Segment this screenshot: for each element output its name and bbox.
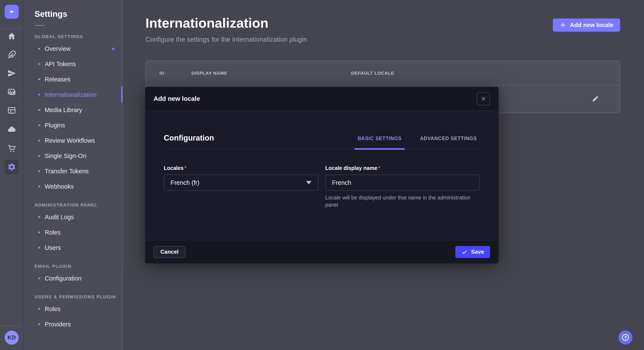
- help-button[interactable]: [618, 331, 632, 345]
- close-icon: [481, 96, 486, 101]
- column-header-default-locale: DEFAULT LOCALE: [351, 71, 584, 76]
- cancel-button[interactable]: Cancel: [154, 246, 185, 258]
- add-new-locale-button[interactable]: Add new locale: [553, 18, 620, 32]
- strapi-logo-glyph: [8, 8, 16, 16]
- bullet-icon: [38, 308, 40, 310]
- notification-dot: [112, 48, 114, 50]
- sidebar-item-api-tokens[interactable]: API Tokens: [24, 56, 122, 72]
- required-asterisk: *: [184, 165, 186, 171]
- bullet-icon: [38, 170, 40, 172]
- display-name-input[interactable]: [325, 175, 480, 191]
- display-name-label-text: Locale display name: [325, 165, 377, 171]
- send-icon: [7, 69, 16, 78]
- sidebar-item-label: Roles: [45, 229, 60, 236]
- question-mark-icon: [621, 333, 630, 342]
- locales-field: Locales* French (fr): [164, 165, 318, 209]
- rail-bottom-divider: [0, 326, 23, 326]
- settings-gear-icon: [7, 163, 16, 172]
- bullet-icon: [38, 109, 40, 111]
- nav-item-cloud-icon[interactable]: [5, 122, 19, 136]
- home-icon: [7, 32, 16, 41]
- sidebar-section: GLOBAL SETTINGSOverviewAPI TokensRelease…: [24, 32, 122, 194]
- sidebar-item-label: Transfer Tokens: [45, 168, 88, 175]
- user-avatar[interactable]: KD: [5, 331, 19, 345]
- sidebar-item-releases[interactable]: Releases: [24, 72, 122, 87]
- bullet-icon: [38, 63, 40, 65]
- sidebar-title-divider: [34, 25, 45, 26]
- locales-label-text: Locales: [164, 165, 184, 171]
- feather-icon: [7, 50, 16, 59]
- bullet-icon: [38, 124, 40, 126]
- nav-item-settings-gear-icon[interactable]: [5, 160, 19, 174]
- table-header-row: IDDISPLAY NAMEDEFAULT LOCALE: [146, 61, 620, 85]
- sidebar-section-header: EMAIL PLUGIN: [34, 262, 122, 271]
- display-name-field: Locale display name* Locale will be disp…: [325, 165, 480, 209]
- sidebar-item-review-workflows[interactable]: Review Workflows: [24, 133, 122, 148]
- bullet-icon: [38, 140, 40, 141]
- nav-item-home-icon[interactable]: [5, 29, 19, 43]
- column-header-display-name: DISPLAY NAME: [192, 71, 351, 76]
- sidebar-item-label: Users: [45, 244, 61, 251]
- modal-tabs: BASIC SETTINGSADVANCED SETTINGS: [354, 136, 480, 149]
- nav-item-feather-icon[interactable]: [5, 48, 19, 62]
- bullet-icon: [38, 186, 40, 187]
- page-title: Internationalization: [146, 15, 268, 31]
- bullet-icon: [38, 232, 40, 233]
- media-icon: [7, 87, 16, 96]
- sidebar-item-media-library[interactable]: Media Library: [24, 102, 122, 118]
- sidebar-item-label: API Tokens: [45, 61, 76, 68]
- sidebar-item-label: Providers: [45, 321, 71, 328]
- sidebar-item-label: Webhooks: [45, 183, 74, 190]
- sidebar-item-transfer-tokens[interactable]: Transfer Tokens: [24, 164, 122, 179]
- sidebar-item-roles[interactable]: Roles: [24, 225, 122, 240]
- sidebar-item-plugins[interactable]: Plugins: [24, 118, 122, 133]
- sidebar-section: EMAIL PLUGINConfiguration: [24, 262, 122, 286]
- sidebar-item-audit-logs[interactable]: Audit Logs: [24, 209, 122, 225]
- sidebar-item-users[interactable]: Users: [24, 240, 122, 255]
- sidebar-section: USERS & PERMISSIONS PLUGINRolesProviders: [24, 292, 122, 332]
- configuration-bar: Configuration BASIC SETTINGSADVANCED SET…: [164, 111, 480, 149]
- column-header-id: ID: [160, 71, 192, 76]
- display-name-label: Locale display name*: [325, 165, 480, 171]
- bullet-icon: [38, 78, 40, 80]
- nav-item-media-icon[interactable]: [5, 85, 19, 99]
- locales-select[interactable]: French (fr): [164, 175, 318, 191]
- strapi-logo[interactable]: [5, 5, 19, 19]
- sidebar-item-roles[interactable]: Roles: [24, 301, 122, 317]
- nav-item-cart-icon[interactable]: [5, 141, 19, 155]
- bullet-icon: [38, 278, 40, 279]
- sidebar-item-overview[interactable]: Overview: [24, 41, 122, 56]
- sidebar-item-single-sign-on[interactable]: Single Sign-On: [24, 148, 122, 164]
- sidebar-item-providers[interactable]: Providers: [24, 317, 122, 332]
- modal-section-title: Configuration: [164, 134, 214, 143]
- display-name-hint: Locale will be displayed under that name…: [325, 194, 480, 209]
- bullet-icon: [38, 247, 40, 249]
- sidebar-section-header: ADMINISTRATION PANEL: [34, 200, 122, 209]
- sidebar-item-label: Review Workflows: [45, 137, 95, 144]
- sidebar-item-label: Audit Logs: [45, 214, 74, 221]
- cart-icon: [7, 144, 16, 153]
- plus-icon: [560, 22, 566, 28]
- save-button[interactable]: Save: [455, 246, 490, 258]
- bullet-icon: [38, 155, 40, 157]
- edit-locale-button[interactable]: [589, 92, 602, 105]
- modal-title: Add new locale: [154, 95, 200, 102]
- rail-divider: [0, 28, 23, 29]
- save-label: Save: [471, 249, 484, 255]
- sidebar-item-internationalization[interactable]: Internationalization: [24, 87, 122, 102]
- layout-icon: [7, 106, 16, 115]
- modal-header: Add new locale: [145, 87, 498, 111]
- check-icon: [461, 249, 468, 255]
- sidebar-section-header: USERS & PERMISSIONS PLUGIN: [34, 292, 122, 301]
- sidebar-item-webhooks[interactable]: Webhooks: [24, 179, 122, 194]
- modal-close-button[interactable]: [477, 92, 490, 105]
- nav-item-send-icon[interactable]: [5, 66, 19, 80]
- nav-rail: KD: [0, 0, 24, 350]
- sidebar-item-configuration[interactable]: Configuration: [24, 271, 122, 286]
- sidebar-item-label: Plugins: [45, 122, 65, 129]
- tab-basic-settings[interactable]: BASIC SETTINGS: [354, 136, 405, 150]
- nav-item-layout-icon[interactable]: [5, 103, 19, 117]
- tab-advanced-settings[interactable]: ADVANCED SETTINGS: [417, 136, 480, 150]
- sidebar-section-header: GLOBAL SETTINGS: [34, 32, 122, 41]
- cloud-icon: [7, 125, 16, 134]
